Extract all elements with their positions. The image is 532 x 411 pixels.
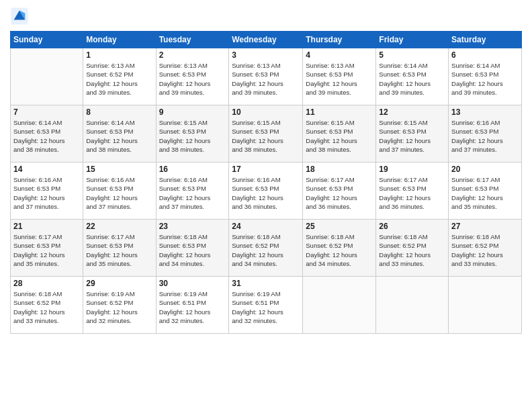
day-info: Sunrise: 6:16 AMSunset: 6:53 PMDaylight:…	[159, 175, 226, 211]
calendar-week-row: 1Sunrise: 6:13 AMSunset: 6:52 PMDaylight…	[11, 48, 522, 105]
day-number: 28	[13, 279, 80, 288]
day-info: Sunrise: 6:14 AMSunset: 6:53 PMDaylight:…	[13, 118, 80, 154]
day-number: 4	[306, 50, 373, 60]
calendar-cell: 4Sunrise: 6:13 AMSunset: 6:53 PMDaylight…	[303, 48, 376, 105]
day-number: 9	[159, 107, 226, 117]
calendar-cell: 7Sunrise: 6:14 AMSunset: 6:53 PMDaylight…	[11, 105, 83, 163]
calendar-cell: 10Sunrise: 6:15 AMSunset: 6:53 PMDayligh…	[229, 105, 303, 163]
calendar-cell	[449, 277, 522, 334]
calendar-cell: 14Sunrise: 6:16 AMSunset: 6:53 PMDayligh…	[11, 163, 83, 220]
calendar-cell: 6Sunrise: 6:14 AMSunset: 6:53 PMDaylight…	[449, 48, 522, 105]
calendar-cell: 15Sunrise: 6:16 AMSunset: 6:53 PMDayligh…	[83, 163, 156, 220]
day-number: 14	[13, 165, 80, 174]
day-number: 8	[86, 107, 152, 117]
calendar-week-row: 7Sunrise: 6:14 AMSunset: 6:53 PMDaylight…	[11, 105, 522, 163]
day-info: Sunrise: 6:18 AMSunset: 6:52 PMDaylight:…	[306, 232, 373, 268]
calendar-cell: 18Sunrise: 6:17 AMSunset: 6:53 PMDayligh…	[303, 163, 376, 220]
calendar-cell: 26Sunrise: 6:18 AMSunset: 6:52 PMDayligh…	[376, 220, 449, 277]
calendar-table: SundayMondayTuesdayWednesdayThursdayFrid…	[10, 31, 522, 334]
calendar-cell	[11, 48, 83, 105]
day-info: Sunrise: 6:16 AMSunset: 6:53 PMDaylight:…	[13, 175, 80, 211]
logo	[10, 7, 32, 26]
day-number: 21	[13, 222, 80, 231]
day-info: Sunrise: 6:18 AMSunset: 6:52 PMDaylight:…	[451, 232, 519, 268]
day-info: Sunrise: 6:19 AMSunset: 6:52 PMDaylight:…	[86, 289, 152, 325]
calendar-cell: 11Sunrise: 6:15 AMSunset: 6:53 PMDayligh…	[303, 105, 376, 163]
day-number: 19	[379, 165, 445, 174]
day-info: Sunrise: 6:14 AMSunset: 6:53 PMDaylight:…	[379, 61, 445, 97]
day-number: 13	[451, 107, 519, 117]
weekday-header-wednesday: Wednesday	[229, 32, 303, 48]
calendar-cell: 16Sunrise: 6:16 AMSunset: 6:53 PMDayligh…	[156, 163, 229, 220]
calendar-cell: 24Sunrise: 6:18 AMSunset: 6:52 PMDayligh…	[229, 220, 303, 277]
logo-icon	[10, 7, 29, 26]
calendar-cell: 5Sunrise: 6:14 AMSunset: 6:53 PMDaylight…	[376, 48, 449, 105]
day-number: 30	[159, 279, 226, 288]
day-number: 6	[451, 50, 519, 60]
day-number: 22	[86, 222, 152, 231]
calendar-cell: 12Sunrise: 6:15 AMSunset: 6:53 PMDayligh…	[376, 105, 449, 163]
calendar-cell: 1Sunrise: 6:13 AMSunset: 6:52 PMDaylight…	[83, 48, 156, 105]
calendar-week-row: 21Sunrise: 6:17 AMSunset: 6:53 PMDayligh…	[11, 220, 522, 277]
day-info: Sunrise: 6:17 AMSunset: 6:53 PMDaylight:…	[13, 232, 80, 268]
day-number: 18	[306, 165, 373, 174]
calendar-header-row: SundayMondayTuesdayWednesdayThursdayFrid…	[11, 32, 522, 48]
day-info: Sunrise: 6:19 AMSunset: 6:51 PMDaylight:…	[159, 289, 226, 325]
calendar-cell: 27Sunrise: 6:18 AMSunset: 6:52 PMDayligh…	[449, 220, 522, 277]
day-info: Sunrise: 6:13 AMSunset: 6:53 PMDaylight:…	[306, 61, 373, 97]
calendar-cell: 9Sunrise: 6:15 AMSunset: 6:53 PMDaylight…	[156, 105, 229, 163]
day-number: 17	[232, 165, 300, 174]
weekday-header-tuesday: Tuesday	[156, 32, 229, 48]
calendar-cell: 13Sunrise: 6:16 AMSunset: 6:53 PMDayligh…	[449, 105, 522, 163]
calendar-cell: 23Sunrise: 6:18 AMSunset: 6:53 PMDayligh…	[156, 220, 229, 277]
day-number: 16	[159, 165, 226, 174]
calendar-cell	[376, 277, 449, 334]
day-info: Sunrise: 6:15 AMSunset: 6:53 PMDaylight:…	[232, 118, 300, 154]
header	[10, 7, 522, 26]
day-number: 3	[232, 50, 300, 60]
calendar-week-row: 28Sunrise: 6:18 AMSunset: 6:52 PMDayligh…	[11, 277, 522, 334]
calendar-cell: 25Sunrise: 6:18 AMSunset: 6:52 PMDayligh…	[303, 220, 376, 277]
calendar-cell: 17Sunrise: 6:16 AMSunset: 6:53 PMDayligh…	[229, 163, 303, 220]
day-info: Sunrise: 6:16 AMSunset: 6:53 PMDaylight:…	[86, 175, 152, 211]
day-number: 29	[86, 279, 152, 288]
calendar-cell: 29Sunrise: 6:19 AMSunset: 6:52 PMDayligh…	[83, 277, 156, 334]
day-number: 1	[86, 50, 152, 60]
calendar-cell: 21Sunrise: 6:17 AMSunset: 6:53 PMDayligh…	[11, 220, 83, 277]
day-number: 31	[232, 279, 300, 288]
calendar-cell	[303, 277, 376, 334]
day-info: Sunrise: 6:17 AMSunset: 6:53 PMDaylight:…	[451, 175, 519, 211]
weekday-header-sunday: Sunday	[11, 32, 83, 48]
page: SundayMondayTuesdayWednesdayThursdayFrid…	[0, 0, 532, 411]
day-info: Sunrise: 6:16 AMSunset: 6:53 PMDaylight:…	[232, 175, 300, 211]
day-number: 20	[451, 165, 519, 174]
day-info: Sunrise: 6:15 AMSunset: 6:53 PMDaylight:…	[159, 118, 226, 154]
day-number: 2	[159, 50, 226, 60]
day-info: Sunrise: 6:17 AMSunset: 6:53 PMDaylight:…	[86, 232, 152, 268]
day-info: Sunrise: 6:14 AMSunset: 6:53 PMDaylight:…	[86, 118, 152, 154]
weekday-header-saturday: Saturday	[449, 32, 522, 48]
weekday-header-thursday: Thursday	[303, 32, 376, 48]
calendar-week-row: 14Sunrise: 6:16 AMSunset: 6:53 PMDayligh…	[11, 163, 522, 220]
day-info: Sunrise: 6:13 AMSunset: 6:53 PMDaylight:…	[159, 61, 226, 97]
calendar-cell: 31Sunrise: 6:19 AMSunset: 6:51 PMDayligh…	[229, 277, 303, 334]
calendar-body: 1Sunrise: 6:13 AMSunset: 6:52 PMDaylight…	[11, 48, 522, 334]
day-number: 27	[451, 222, 519, 231]
day-number: 25	[306, 222, 373, 231]
day-info: Sunrise: 6:15 AMSunset: 6:53 PMDaylight:…	[379, 118, 445, 154]
calendar-cell: 2Sunrise: 6:13 AMSunset: 6:53 PMDaylight…	[156, 48, 229, 105]
weekday-header-friday: Friday	[376, 32, 449, 48]
day-number: 26	[379, 222, 445, 231]
day-info: Sunrise: 6:15 AMSunset: 6:53 PMDaylight:…	[306, 118, 373, 154]
weekday-header-monday: Monday	[83, 32, 156, 48]
day-number: 23	[159, 222, 226, 231]
day-info: Sunrise: 6:14 AMSunset: 6:53 PMDaylight:…	[451, 61, 519, 97]
calendar-cell: 3Sunrise: 6:13 AMSunset: 6:53 PMDaylight…	[229, 48, 303, 105]
day-number: 15	[86, 165, 152, 174]
day-info: Sunrise: 6:13 AMSunset: 6:52 PMDaylight:…	[86, 61, 152, 97]
day-info: Sunrise: 6:17 AMSunset: 6:53 PMDaylight:…	[379, 175, 445, 211]
day-number: 7	[13, 107, 80, 117]
day-number: 12	[379, 107, 445, 117]
day-info: Sunrise: 6:18 AMSunset: 6:53 PMDaylight:…	[159, 232, 226, 268]
day-number: 11	[306, 107, 373, 117]
